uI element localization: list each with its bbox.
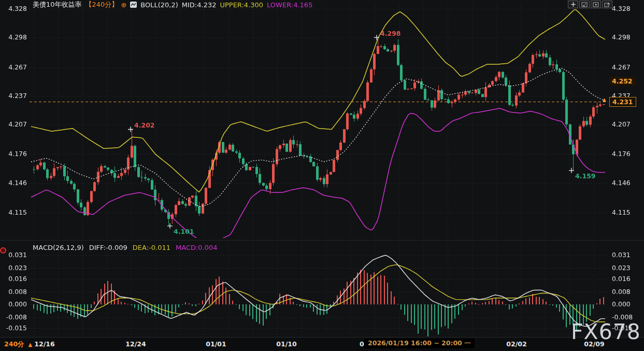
macd-tick-label: 0.023 [612,264,631,272]
time-axis-bar: 240分▲ 0 2026/01/19 16:00 ~ 20:00 一 12/16… [0,337,644,351]
interval-tag[interactable]: 【240分】 [85,0,119,9]
price-tick-label: 4.298 [612,33,631,41]
snapshot-price-badge: 4.252 [609,77,635,86]
partial-date-label: 0 [360,340,364,348]
price-tick-label: 4.267 [612,63,631,71]
price-tick-label: 4.207 [612,120,631,128]
main-chart-canvas[interactable] [0,0,644,351]
macd-tick-label: 0.023 [3,264,27,272]
instrument-title: 美债10年收益率 [33,0,82,9]
add-indicator-icon[interactable]: ⊕ [121,1,126,9]
macd-tick-label: 0.031 [612,251,631,259]
fit-scale-icon[interactable] [579,1,590,8]
interval-label-text: 240分 [4,340,24,348]
date-label: 12/16 [34,340,54,348]
macd-tick-label: 0.031 [3,251,27,259]
macd-dea-value: DEA:-0.011 [133,244,170,251]
indicator-chart-icon[interactable] [130,2,137,8]
price-tick-label: 4.115 [3,208,27,216]
price-tick-label: 4.176 [3,150,27,158]
boll-lower-value: LOWER:4.165 [267,1,312,9]
price-tick-label: 4.328 [3,5,27,12]
alert-indicator-icon[interactable] [0,247,6,254]
date-label: 01/01 [206,340,226,348]
chart-toolbar [568,1,612,8]
play-forward-icon[interactable] [591,1,601,8]
date-label: 02/02 [506,340,526,348]
price-tick-label: 4.146 [3,179,27,187]
price-tick-label: 4.115 [612,208,631,216]
boll-label[interactable]: BOLL(20,2) [140,1,178,9]
current-price-marker-icon: ▲ [603,97,606,102]
boll-mid-value: MID:4.232 [182,1,217,9]
price-tick-label: 4.146 [612,179,631,187]
crosshair-time-tooltip: 2026/01/19 16:00 ~ 20:00 一 [364,339,475,348]
price-tick-label: 4.207 [3,120,27,128]
interval-label[interactable]: 240分▲ [4,340,32,349]
macd-tick-label: -0.015 [3,324,27,332]
macd-tick-label: 0.016 [612,275,631,283]
macd-params-label[interactable]: MACD(26,12,9) [33,244,84,251]
macd-tick-label: 0.008 [612,288,631,296]
fx678-watermark: FX678 [571,319,641,344]
macd-tick-label: 0.008 [3,288,27,296]
macd-tick-label: 0.000 [3,300,27,308]
macd-tick-label: 0.000 [612,300,631,308]
trading-chart-app: 美债10年收益率 【240分】 ⊕ BOLL(20,2) MID:4.232 U… [0,0,644,351]
macd-header: MACD(26,12,9) DIFF:-0.009 DEA:-0.011 MAC… [33,243,218,251]
macd-diff-value: DIFF:-0.009 [89,244,127,251]
macd-tick-label: -0.008 [3,313,27,321]
macd-tick-label: 0.016 [3,275,27,283]
interval-up-arrow-icon: ▲ [28,342,33,347]
price-tick-label: 4.176 [612,150,631,158]
chart-header: 美债10年收益率 【240分】 ⊕ BOLL(20,2) MID:4.232 U… [33,1,312,9]
current-price-badge: 4.231 [609,97,636,107]
price-tick-label: 4.237 [3,92,27,100]
macd-hist-value: MACD:0.004 [176,244,218,251]
date-label: 12/24 [125,340,146,348]
price-tick-label: 4.298 [3,33,27,41]
export-chart-icon[interactable] [602,1,612,8]
price-tick-label: 4.328 [612,5,631,12]
move-tool-icon[interactable] [568,1,578,8]
boll-upper-value: UPPER:4.300 [220,1,263,9]
date-label: 01/10 [276,340,296,348]
price-tick-label: 4.267 [3,63,27,71]
